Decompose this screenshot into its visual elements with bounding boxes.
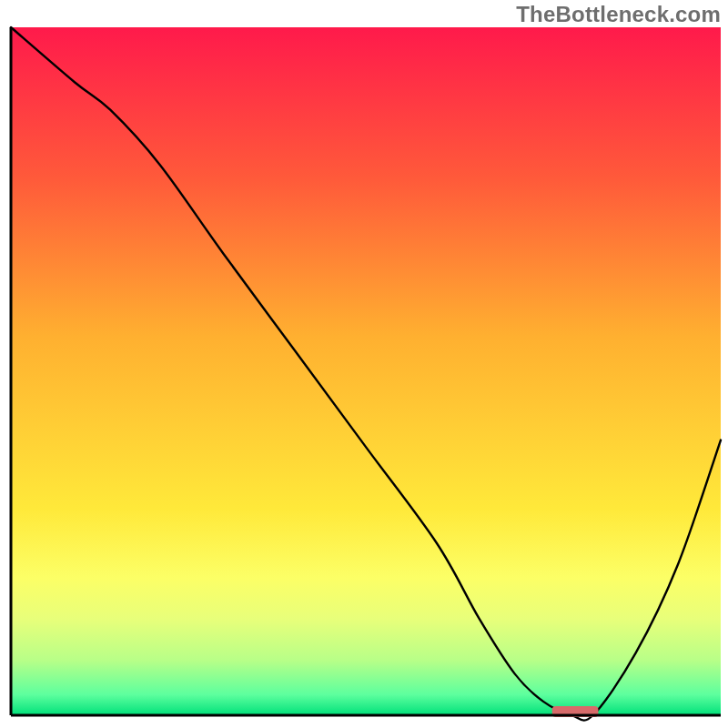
watermark-text: TheBottleneck.com xyxy=(516,2,721,27)
chart-root: { "watermark": "TheBottleneck.com", "cha… xyxy=(0,0,728,728)
plot-background xyxy=(11,27,721,715)
bottleneck-chart xyxy=(0,0,728,728)
